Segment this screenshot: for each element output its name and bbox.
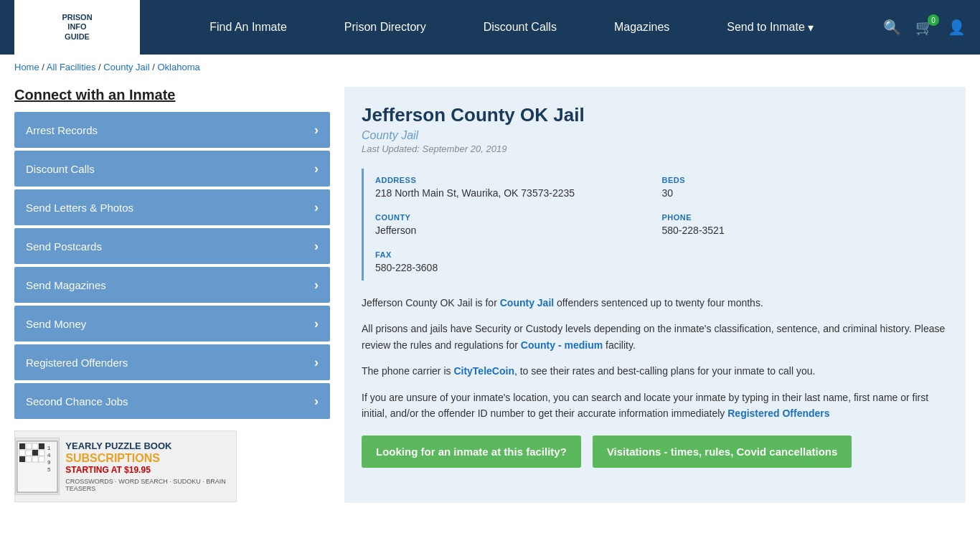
svg-rect-10 [19,456,25,462]
breadcrumb-county-jail[interactable]: County Jail [103,62,149,72]
header-icons: 🔍 🛒 0 👤 [883,19,966,36]
arrow-icon: › [314,161,319,176]
fax-value: 580-228-3608 [375,262,662,273]
desc-paragraph-4: If you are unsure of your inmate's locat… [362,390,948,422]
svg-rect-3 [26,443,32,449]
facility-info-grid: ADDRESS 218 North Main St, Waurika, OK 7… [362,169,948,281]
arrow-icon: › [314,278,319,293]
fax-label: FAX [375,250,662,259]
arrow-icon: › [314,200,319,215]
arrow-icon: › [314,355,319,370]
breadcrumb-home[interactable]: Home [14,62,39,72]
svg-text:5: 5 [47,466,51,473]
sidebar-item-discount-calls[interactable]: Discount Calls › [14,151,330,187]
logo: PRISONINFOGUIDE [14,0,140,55]
fax-block: FAX 580-228-3608 [375,243,662,281]
facility-description: Jefferson County OK Jail is for County J… [362,295,948,421]
advertisement-banner[interactable]: 1 4 9 5 YEARLY PUZZLE BOOK SUBSCRIPTIONS… [14,430,237,502]
arrow-icon: › [314,316,319,331]
connect-title: Connect with an Inmate [14,87,330,103]
county-value: Jefferson [375,225,662,236]
sidebar-item-second-chance-jobs[interactable]: Second Chance Jobs › [14,383,330,419]
breadcrumb-oklahoma[interactable]: Oklahoma [157,62,199,72]
desc-paragraph-3: The phone carrier is CityTeleCoin, to se… [362,363,948,379]
beds-block: BEDS 30 [662,169,949,206]
phone-label: PHONE [662,213,949,222]
cart-icon[interactable]: 🛒 0 [915,19,933,36]
nav-discount-calls[interactable]: Discount Calls [455,21,585,34]
sidebar-menu: Arrest Records › Discount Calls › Send L… [14,112,330,419]
facility-detail: Jefferson County OK Jail County Jail Las… [344,87,966,503]
sidebar: Connect with an Inmate Arrest Records › … [14,87,330,502]
looking-for-inmate-button[interactable]: Looking for an inmate at this facility? [362,435,581,468]
arrow-icon: › [314,394,319,409]
facility-subtitle: County Jail [362,129,948,142]
svg-rect-2 [19,443,25,449]
chevron-down-icon: ▾ [808,21,814,34]
svg-text:1: 1 [47,445,51,451]
main-nav: Find An Inmate Prison Directory Discount… [154,21,869,34]
svg-rect-6 [19,450,25,456]
arrow-icon: › [314,123,319,138]
desc-paragraph-1: Jefferson County OK Jail is for County J… [362,295,948,311]
svg-text:9: 9 [47,459,51,466]
sidebar-item-send-money[interactable]: Send Money › [14,306,330,342]
beds-value: 30 [662,187,949,199]
svg-rect-5 [39,443,44,449]
county-block: COUNTY Jefferson [375,206,662,243]
nav-prison-directory[interactable]: Prison Directory [316,21,455,34]
svg-rect-4 [32,443,38,449]
svg-rect-13 [39,456,44,462]
desc-paragraph-2: All prisons and jails have Security or C… [362,321,948,353]
nav-find-inmate[interactable]: Find An Inmate [181,21,316,34]
registered-offenders-link[interactable]: Registered Offenders [727,408,829,419]
cart-badge: 0 [928,14,939,26]
address-label: ADDRESS [375,176,662,184]
address-block: ADDRESS 218 North Main St, Waurika, OK 7… [375,169,662,206]
user-icon[interactable]: 👤 [948,19,966,36]
svg-rect-12 [32,456,38,462]
facility-last-updated: Last Updated: September 20, 2019 [362,143,948,154]
svg-rect-11 [26,456,32,462]
facility-title: Jefferson County OK Jail [362,104,948,126]
county-medium-link[interactable]: County - medium [521,339,603,351]
nav-send-to-inmate[interactable]: Send to Inmate ▾ [698,21,842,34]
search-icon[interactable]: 🔍 [883,19,901,36]
citytelecoin-link[interactable]: CityTeleCoin [453,365,514,377]
svg-rect-7 [26,450,32,456]
breadcrumb-all-facilities[interactable]: All Facilities [47,62,96,72]
address-value: 218 North Main St, Waurika, OK 73573-223… [375,187,662,199]
sidebar-item-arrest-records[interactable]: Arrest Records › [14,112,330,148]
nav-magazines[interactable]: Magazines [585,21,698,34]
action-buttons: Looking for an inmate at this facility? … [362,435,948,468]
arrow-icon: › [314,239,319,254]
sidebar-item-registered-offenders[interactable]: Registered Offenders › [14,344,330,380]
breadcrumb: Home / All Facilities / County Jail / Ok… [0,55,980,80]
sidebar-item-send-magazines[interactable]: Send Magazines › [14,267,330,303]
sidebar-item-send-postcards[interactable]: Send Postcards › [14,228,330,264]
svg-rect-8 [32,450,38,456]
phone-block: PHONE 580-228-3521 [662,206,949,243]
beds-label: BEDS [662,176,949,184]
county-jail-link[interactable]: County Jail [500,297,554,309]
county-label: COUNTY [375,213,662,222]
svg-text:4: 4 [47,452,51,458]
ad-text: YEARLY PUZZLE BOOK SUBSCRIPTIONS STARTIN… [65,441,236,491]
svg-rect-9 [39,450,44,456]
puzzle-book-image: 1 4 9 5 [15,438,60,495]
sidebar-item-send-letters[interactable]: Send Letters & Photos › [14,189,330,225]
phone-value: 580-228-3521 [662,225,949,236]
visitation-button[interactable]: Visitations - times, rules, Covid cancel… [593,435,852,468]
